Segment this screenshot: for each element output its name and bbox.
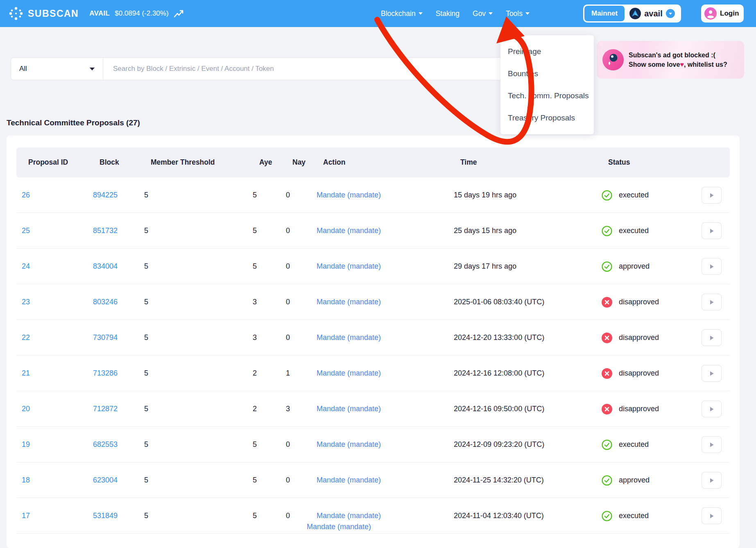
menu-item-preimage[interactable]: Preimage [500,41,594,63]
brand-wordmark[interactable]: SUBSCAN [28,8,79,19]
menu-item-tech-comm-proposals[interactable]: Tech. comm. Proposals [500,85,594,107]
ad-blocked-banner[interactable]: Subscan's ad got blocked :( Show some lo… [597,41,744,79]
table-row: 20 712872 5 2 3 Mandate (mandate) 2024-1… [16,391,730,427]
aye-value: 3 [253,284,257,320]
status-badge: executed [602,498,649,534]
action-link[interactable]: Mandate (mandate) [317,333,381,342]
aye-value: 5 [253,177,257,213]
aye-value: 5 [253,249,257,284]
nay-value: 1 [286,356,290,391]
chevron-down-icon [525,12,530,15]
table-row: 25 851732 5 5 0 Mandate (mandate) 25 day… [16,213,730,249]
nay-value: 0 [286,462,290,498]
nav-tools[interactable]: Tools [506,9,530,18]
block-link[interactable]: 623004 [93,476,118,484]
status-badge: approved [602,249,650,284]
avail-logo-icon [629,8,641,19]
member-threshold-value: 5 [144,177,148,213]
partial-row-action-link[interactable]: Mandate (mandate) [307,523,371,539]
proposal-id-link[interactable]: 18 [22,476,30,484]
play-right-icon [709,264,714,269]
aye-value: 2 [253,356,257,391]
aye-value: 5 [253,213,257,249]
menu-item-treasury-proposals[interactable]: Treasury Proposals [500,107,594,129]
row-detail-button[interactable] [702,507,722,524]
action-link[interactable]: Mandate (mandate) [317,512,381,520]
heart-icon: ♥ [680,61,684,68]
action-link[interactable]: Mandate (mandate) [317,405,381,413]
nav-blockchain[interactable]: Blockchain [381,9,423,18]
block-link[interactable]: 834004 [93,262,118,270]
proposal-id-link[interactable]: 25 [22,226,30,235]
row-detail-button[interactable] [702,401,722,417]
sad-face-icon [602,49,624,70]
block-link[interactable]: 803246 [93,298,118,306]
table-row: 19 682553 5 5 0 Mandate (mandate) 2024-1… [16,427,730,462]
row-detail-button[interactable] [702,222,722,239]
member-threshold-value: 5 [144,284,148,320]
row-detail-button[interactable] [702,187,722,204]
play-right-icon [709,192,714,198]
play-right-icon [709,335,714,341]
proposal-id-link[interactable]: 21 [22,369,30,377]
main-nav: Blockchain Staking Gov Tools [381,0,530,27]
action-link[interactable]: Mandate (mandate) [317,369,381,377]
status-label: disapproved [619,356,659,391]
price-chart-icon[interactable] [174,9,184,18]
nay-value: 0 [286,498,290,534]
row-detail-button[interactable] [702,294,722,310]
network-chevron-icon[interactable] [666,9,675,18]
member-threshold-value: 5 [144,213,148,249]
proposal-id-link[interactable]: 23 [22,298,30,306]
member-threshold-value: 5 [144,498,148,534]
menu-item-bounties[interactable]: Bounties [500,63,594,85]
action-link[interactable]: Mandate (mandate) [317,298,381,306]
block-link[interactable]: 713286 [93,369,118,377]
play-right-icon [709,478,714,483]
search-filter-select[interactable]: All [11,58,103,80]
proposals-table-card: Proposal ID Block Member Threshold Aye N… [7,136,740,548]
mainnet-button[interactable]: Mainnet [584,6,625,21]
proposal-id-link[interactable]: 20 [22,405,30,413]
login-button[interactable]: Login [701,5,744,23]
action-link[interactable]: Mandate (mandate) [317,191,381,199]
member-threshold-value: 5 [144,249,148,284]
proposal-id-link[interactable]: 19 [22,440,30,448]
member-threshold-value: 5 [144,356,148,391]
action-link[interactable]: Mandate (mandate) [317,476,381,484]
network-name[interactable]: avail [625,8,679,19]
row-detail-button[interactable] [702,436,722,453]
block-link[interactable]: 682553 [93,440,118,448]
aye-value: 5 [253,498,257,534]
action-link[interactable]: Mandate (mandate) [317,262,381,270]
block-link[interactable]: 851732 [93,226,118,235]
col-header-time: Time [460,147,477,177]
member-threshold-value: 5 [144,462,148,498]
block-link[interactable]: 730794 [93,333,118,342]
row-detail-button[interactable] [702,472,722,489]
table-row: 22 730794 5 3 0 Mandate (mandate) 2024-1… [16,320,730,356]
nav-gov[interactable]: Gov [473,9,493,18]
action-link[interactable]: Mandate (mandate) [317,440,381,448]
block-link[interactable]: 531849 [93,512,118,520]
block-link[interactable]: 894225 [93,191,118,199]
row-detail-button[interactable] [702,329,722,346]
col-header-status: Status [608,147,630,177]
fail-cross-icon [602,333,612,343]
nav-staking[interactable]: Staking [436,9,459,18]
action-link[interactable]: Mandate (mandate) [317,226,381,235]
play-right-icon [709,299,714,305]
proposal-id-link[interactable]: 24 [22,262,30,270]
block-link[interactable]: 712872 [93,405,118,413]
play-right-icon [709,228,714,234]
row-detail-button[interactable] [702,258,722,275]
token-symbol: AVAIL [89,9,110,18]
page-title: Technical Committee Proposals (27) [7,118,140,127]
status-label: disapproved [619,391,659,427]
row-detail-button[interactable] [702,365,722,382]
time-value: 2024-12-16 09:50:00 (UTC) [454,391,544,427]
proposal-id-link[interactable]: 22 [22,333,30,342]
proposal-id-link[interactable]: 26 [22,191,30,199]
member-threshold-value: 5 [144,320,148,356]
proposal-id-link[interactable]: 17 [22,512,30,520]
